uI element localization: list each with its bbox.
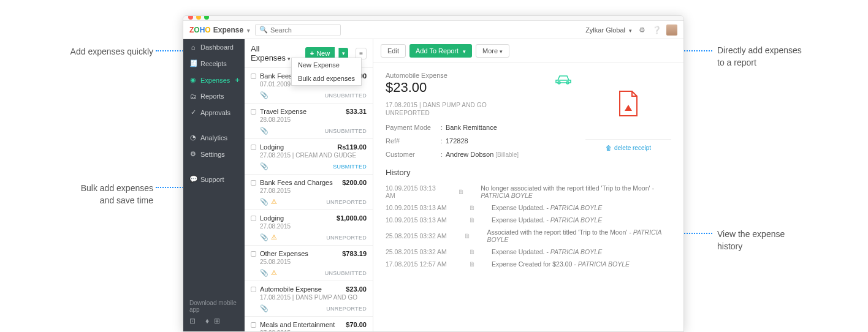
row-checkbox[interactable] <box>251 322 256 328</box>
sidebar-item-analytics[interactable]: ◔Analytics <box>183 129 245 146</box>
window-close-icon[interactable] <box>188 15 193 20</box>
expense-amount: $23.00 <box>386 80 447 96</box>
window-zoom-icon[interactable] <box>204 15 209 20</box>
add-to-report-button[interactable]: Add To Report <box>409 44 472 58</box>
search-box[interactable]: 🔍 <box>255 24 341 36</box>
annotation-add-quickly: Add expenses quickly <box>18 46 153 58</box>
avatar[interactable] <box>666 25 677 36</box>
zoho-logo-icon: ZOHO <box>189 26 211 34</box>
row-amount: Rs119.00 <box>337 143 367 151</box>
expense-row[interactable]: LodgingRs119.0027.08.2015 | CREAM AND GU… <box>245 139 373 175</box>
paperclip-icon: 📎 <box>260 162 268 170</box>
history-user: - PATRICIA BOYLE <box>546 248 602 255</box>
expense-row[interactable]: Travel Expense$33.3128.08.2015📎UNSUBMITT… <box>245 104 373 139</box>
android-icon[interactable]: ⊡ <box>189 317 196 325</box>
sidebar-item-settings[interactable]: ⚙Settings <box>183 146 245 162</box>
expense-row[interactable]: Other Expenses$783.1925.08.2015📎⚠UNSUBMI… <box>245 246 373 281</box>
app-brand[interactable]: ZOHO Expense <box>189 26 250 34</box>
sidebar-item-label: Reports <box>200 92 224 100</box>
row-checkbox[interactable] <box>251 251 256 257</box>
detail-value: Bank Remittance <box>446 124 573 131</box>
row-name: Travel Expense <box>260 108 306 115</box>
history-message: Expense Updated. - PATRICIA BOYLE <box>492 204 602 211</box>
row-amount: $1,000.00 <box>337 214 367 222</box>
history-row: 17.08.2015 12:57 AM🗎Expense Created for … <box>386 258 671 270</box>
row-amount: $33.31 <box>346 108 367 115</box>
row-amount: $23.00 <box>346 285 367 293</box>
expense-row[interactable]: Meals and Entertainment$70.0007.08.2015 <box>245 317 373 331</box>
history-user: - PATRICIA BOYLE <box>546 216 602 224</box>
expense-row[interactable]: Lodging$1,000.0027.08.2015📎⚠UNREPORTED <box>245 210 373 246</box>
row-name: Lodging <box>260 143 284 151</box>
android2-icon[interactable]: ♦ <box>205 317 209 325</box>
expense-category: Automobile Expense <box>386 72 447 79</box>
row-checkbox[interactable] <box>251 145 256 150</box>
history-row: 10.09.2015 03:13 AM🗎Expense Updated. - P… <box>386 202 671 214</box>
detail-key: Customer <box>386 151 441 158</box>
row-amount: $783.19 <box>342 250 367 257</box>
windows-icon[interactable]: ⊞ <box>214 317 220 325</box>
history-timestamp: 10.09.2015 03:13 AM <box>386 204 453 211</box>
delete-receipt-link[interactable]: 🗑delete receipt <box>585 139 671 151</box>
pdf-icon[interactable] <box>617 90 639 117</box>
sidebar-icon: ◉ <box>189 76 197 84</box>
help-icon[interactable]: ❔ <box>652 25 661 35</box>
billable-badge: [Billable] <box>495 151 519 158</box>
row-checkbox[interactable] <box>251 216 256 221</box>
history-row: 10.09.2015 03:13 AM🗎Expense Updated. - P… <box>386 214 671 226</box>
paperclip-icon: 📎 <box>260 269 268 277</box>
history-row: 25.08.2015 03:32 AM🗎Expense Updated. - P… <box>386 246 671 258</box>
annotation-history: View the expense history <box>717 228 840 252</box>
annotation-add-to-report: Directly add expenses to a report <box>717 45 840 69</box>
receipt-panel: 🗑delete receipt <box>585 72 671 158</box>
window-minimize-icon[interactable] <box>196 15 201 20</box>
sidebar-item-dashboard[interactable]: ⌂Dashboard <box>183 39 245 55</box>
app-window: ZOHO Expense 🔍 Zylkar Global ⚙ ❔ ⌂Dashbo… <box>183 15 684 332</box>
expense-meta-status: UNREPORTED <box>386 110 573 116</box>
expense-row[interactable]: Bank Fees and Charges$200.0027.08.2015📎⚠… <box>245 175 373 210</box>
sidebar-item-label: Receipts <box>200 60 227 67</box>
sidebar-item-receipts[interactable]: 🧾Receipts <box>183 55 245 72</box>
sidebar-item-approvals[interactable]: ✓Approvals <box>183 104 245 121</box>
history-user: - PATRICIA BOYLE <box>487 228 661 243</box>
detail-key: Ref# <box>386 137 441 145</box>
history-row: 25.08.2015 03:32 AM🗎Associated with the … <box>386 226 671 246</box>
dropdown-item[interactable]: New Expense <box>292 58 361 72</box>
platform-icons: ⊡♦⊞ <box>189 317 238 325</box>
row-status: UNSUBMITTED <box>325 128 367 134</box>
row-checkbox[interactable] <box>251 180 256 186</box>
sidebar-item-expenses[interactable]: ◉Expenses+ <box>183 72 245 88</box>
history-timestamp: 25.08.2015 03:32 AM <box>386 232 448 240</box>
org-switcher[interactable]: Zylkar Global <box>585 26 632 34</box>
more-button[interactable]: More <box>476 44 509 58</box>
paperclip-icon: 📎 <box>260 198 268 206</box>
sidebar-item-label: Dashboard <box>200 43 234 51</box>
row-date: 25.08.2015 <box>260 258 367 265</box>
sidebar-item-label: Analytics <box>200 134 227 141</box>
gear-icon[interactable]: ⚙ <box>637 25 647 35</box>
row-checkbox[interactable] <box>251 287 256 292</box>
edit-button[interactable]: Edit <box>381 44 406 58</box>
warning-icon: ⚠ <box>271 269 277 277</box>
window-titlebar <box>183 16 683 21</box>
row-checkbox[interactable] <box>251 109 256 115</box>
sidebar-icon: ⌂ <box>189 43 197 51</box>
sidebar-icon: ⚙ <box>189 150 197 158</box>
app-name: Expense <box>213 26 243 34</box>
sidebar-item-support[interactable]: 💬Support <box>183 171 245 187</box>
expense-row[interactable]: Automobile Expense$23.0017.08.2015 | DAN… <box>245 281 373 317</box>
sidebar-item-label: Settings <box>200 151 225 158</box>
expense-items: Bank Fees and Charges$1.0007.01.2009📎UNS… <box>245 68 373 331</box>
row-checkbox[interactable] <box>251 74 256 79</box>
expense-list-pane: All Expenses +New ▾ ≡ New ExpenseBulk ad… <box>245 39 373 331</box>
chevron-down-icon <box>246 26 250 34</box>
warning-icon: ⚠ <box>271 198 277 206</box>
sidebar-icon: 🗂 <box>189 92 197 100</box>
add-expense-plus-icon[interactable]: + <box>235 75 240 85</box>
sidebar-item-reports[interactable]: 🗂Reports <box>183 88 245 104</box>
row-date: 07.08.2015 <box>260 330 367 331</box>
list-header: All Expenses +New ▾ ≡ New ExpenseBulk ad… <box>245 39 373 68</box>
search-input[interactable] <box>270 26 337 34</box>
row-name: Bank Fees and Charges <box>260 179 333 186</box>
dropdown-item[interactable]: Bulk add expenses <box>292 72 361 85</box>
